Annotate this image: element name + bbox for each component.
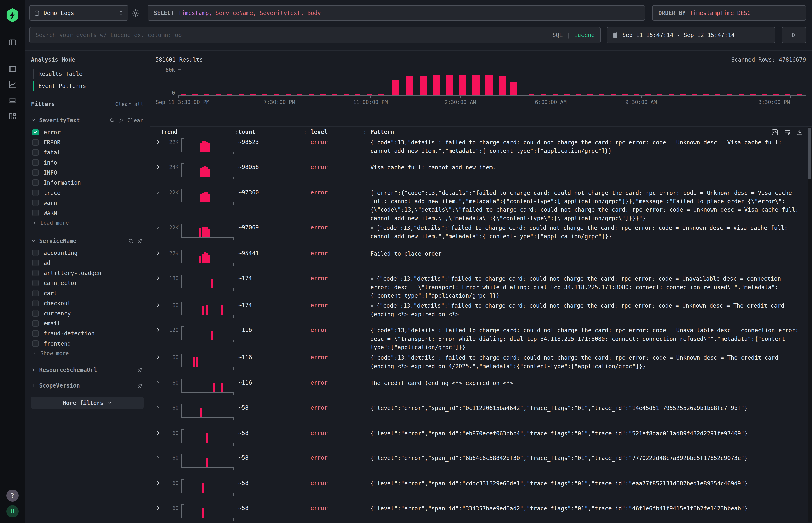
pattern-text[interactable]: {"code":13,"details":"failed to charge c… <box>364 353 800 371</box>
analysis-mode-event-patterns[interactable]: Event Patterns <box>25 80 149 92</box>
filter-option-cart[interactable]: cart <box>25 288 149 298</box>
analysis-mode-results-table[interactable]: Results Table <box>25 68 149 80</box>
pattern-text[interactable]: {"code":13,"details":"failed to charge c… <box>364 137 800 155</box>
checkbox[interactable] <box>32 249 39 256</box>
row-expander-icon[interactable] <box>155 428 165 436</box>
checkbox[interactable] <box>32 210 39 216</box>
pattern-row[interactable]: 22K~95441errorFailed to place order <box>150 248 812 273</box>
pattern-row[interactable]: 24K~98058errorVisa cache full: cannot ad… <box>150 162 812 187</box>
search-input[interactable] <box>35 32 548 38</box>
pattern-row[interactable]: 60~58error{"level":"error","span_id":"eb… <box>150 428 812 453</box>
filter-group-servicename[interactable]: ServiceName <box>25 237 149 244</box>
row-expander-icon[interactable] <box>155 403 165 411</box>
checkbox[interactable] <box>32 279 39 286</box>
row-expander-icon[interactable] <box>155 478 165 486</box>
column-header-level[interactable]: level <box>304 127 364 135</box>
checkbox[interactable] <box>32 259 39 266</box>
pattern-text[interactable]: {"level":"error","span_id":"334357bae9ed… <box>364 503 800 513</box>
user-avatar[interactable]: U <box>6 505 18 517</box>
filter-option-email[interactable]: email <box>25 318 149 328</box>
pattern-text[interactable]: ×{"code":13,"details":"failed to charge … <box>364 222 800 241</box>
filter-option-checkout[interactable]: checkout <box>25 298 149 308</box>
filter-option-fatal[interactable]: fatal <box>25 147 149 157</box>
pattern-text[interactable]: Failed to place order <box>364 248 800 258</box>
checkbox[interactable] <box>32 139 39 145</box>
search-icon[interactable] <box>109 117 115 123</box>
column-header-count[interactable]: Count <box>235 127 304 135</box>
row-expander-icon[interactable] <box>155 187 165 195</box>
filter-option-info[interactable]: INFO <box>25 167 149 177</box>
filter-option-cainjector[interactable]: cainjector <box>25 278 149 288</box>
pattern-row[interactable]: 60~58error{"level":"error","span_id":"33… <box>150 503 812 523</box>
code-view-icon[interactable] <box>771 129 778 136</box>
pattern-text[interactable]: {"level":"error","span_id":"0c11220615ba… <box>364 403 800 413</box>
filter-option-currency[interactable]: currency <box>25 308 149 318</box>
row-expander-icon[interactable] <box>155 273 165 281</box>
sidebar-toggle-icon[interactable] <box>8 38 17 47</box>
filter-option-artillery-loadgen[interactable]: artillery-loadgen <box>25 268 149 278</box>
text-wrap-icon[interactable] <box>784 129 791 136</box>
filter-option-warn[interactable]: warn <box>25 198 149 208</box>
download-icon[interactable] <box>796 129 804 136</box>
checkbox[interactable] <box>32 179 39 186</box>
row-expander-icon[interactable] <box>155 137 165 145</box>
pattern-row[interactable]: 60~174error×{"code":13,"details":"failed… <box>150 301 812 325</box>
checkbox[interactable] <box>32 310 39 316</box>
scrollbar-thumb[interactable] <box>808 128 811 179</box>
mode-sql[interactable]: SQL <box>552 32 563 38</box>
checkbox[interactable] <box>32 149 39 156</box>
pattern-row[interactable]: 22K~98523error{"code":13,"details":"fail… <box>150 137 812 162</box>
filter-option-trace[interactable]: trace <box>25 187 149 198</box>
pattern-row[interactable]: 60~58error{"level":"error","span_id":"cd… <box>150 478 812 503</box>
pattern-text[interactable]: Visa cache full: cannot add new item. <box>364 162 800 172</box>
clear-group-button[interactable]: Clear <box>127 117 143 123</box>
row-expander-icon[interactable] <box>155 453 165 461</box>
checkbox[interactable] <box>32 270 39 276</box>
column-resize-handle[interactable]: ⋮ <box>362 129 368 134</box>
filter-group-severitytext[interactable]: SeverityText Clear <box>25 117 149 123</box>
pattern-row[interactable]: 22K~97360error{"error":{"code":13,"detai… <box>150 187 812 222</box>
row-expander-icon[interactable] <box>155 503 165 511</box>
checkbox[interactable] <box>32 340 39 347</box>
show-more-button[interactable]: Show more <box>25 348 149 359</box>
pattern-row[interactable]: 22K~97069error×{"code":13,"details":"fai… <box>150 222 812 248</box>
run-query-button[interactable] <box>782 27 806 43</box>
pattern-row[interactable]: 120~116error{"code":13,"details":"failed… <box>150 325 812 353</box>
filter-option-error[interactable]: error <box>25 127 149 137</box>
pattern-row[interactable]: 60~58error{"level":"error","span_id":"6b… <box>150 453 812 478</box>
filter-group-scopeversion[interactable]: ScopeVersion <box>25 381 149 390</box>
pattern-text[interactable]: {"level":"error","span_id":"cddc331329e6… <box>364 478 800 488</box>
clear-all-button[interactable]: Clear all <box>115 101 144 107</box>
pin-icon[interactable] <box>137 382 143 389</box>
pattern-text[interactable]: {"level":"error","span_id":"eb870ecef063… <box>364 428 800 438</box>
checkbox[interactable] <box>32 320 39 326</box>
more-filters-button[interactable]: More filters <box>31 397 144 409</box>
pattern-text[interactable]: {"error":{"code":13,"details":"failed to… <box>364 187 800 222</box>
hyperdx-logo-icon[interactable] <box>5 8 19 22</box>
row-expander-icon[interactable] <box>155 222 165 230</box>
row-expander-icon[interactable] <box>155 162 165 170</box>
checkbox[interactable] <box>32 330 39 337</box>
pin-icon[interactable] <box>118 117 124 123</box>
pattern-row[interactable]: 60~58error{"level":"error","span_id":"0c… <box>150 403 812 428</box>
checkbox[interactable] <box>32 129 39 135</box>
filter-option-ad[interactable]: ad <box>25 258 149 268</box>
row-expander-icon[interactable] <box>155 325 165 333</box>
row-expander-icon[interactable] <box>155 301 165 308</box>
pin-icon[interactable] <box>137 367 143 373</box>
time-range-picker[interactable]: Sep 11 15:47:14 - Sep 12 15:47:14 <box>607 27 775 43</box>
pattern-text[interactable]: ×{"code":13,"details":"failed to charge … <box>364 301 800 319</box>
checkbox[interactable] <box>32 290 39 296</box>
chart-explorer-icon[interactable] <box>8 80 17 89</box>
mode-lucene[interactable]: Lucene <box>574 32 595 38</box>
dashboards-icon[interactable] <box>8 112 17 121</box>
search-logs-icon[interactable] <box>8 65 17 73</box>
filter-option-frontend[interactable]: frontend <box>25 338 149 348</box>
filter-option-warn[interactable]: WARN <box>25 208 149 218</box>
pattern-text[interactable]: ×{"code":13,"details":"failed to charge … <box>364 273 800 300</box>
column-resize-handle[interactable]: ⋮ <box>234 129 239 134</box>
row-expander-icon[interactable] <box>155 353 165 360</box>
orderby-input[interactable]: ORDER BY TimestampTime DESC <box>652 5 806 21</box>
pin-icon[interactable] <box>137 238 143 244</box>
filter-option-fraud-detection[interactable]: fraud-detection <box>25 328 149 338</box>
